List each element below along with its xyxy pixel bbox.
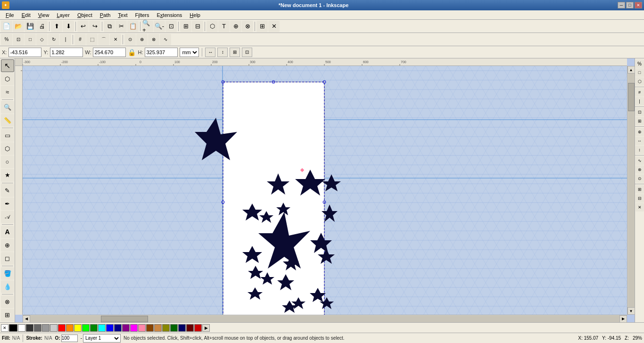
node-editor-button[interactable]: ⬡ <box>206 21 218 32</box>
menu-extensions[interactable]: Extensions <box>153 11 186 19</box>
snap-right9[interactable]: ⊞ <box>636 185 644 194</box>
snap-right4[interactable]: ↔ <box>636 137 644 145</box>
cut-button[interactable]: ✂ <box>116 21 127 32</box>
menu-edit[interactable]: Edit <box>18 11 34 19</box>
zoom-tool-btn[interactable]: 🔍 <box>1 101 14 114</box>
canvas-area[interactable]: -300 -200 -100 0 100 200 300 400 <box>15 58 635 322</box>
palette-darkgray[interactable] <box>26 324 33 332</box>
h-input[interactable]: 325.937 <box>145 48 178 57</box>
text-tool-btn[interactable]: T <box>218 21 230 32</box>
group-button[interactable]: ⊞ <box>180 21 191 32</box>
lock-icon[interactable]: 🔒 <box>128 49 136 56</box>
fill-tool-btn[interactable]: 🪣 <box>1 267 14 280</box>
spray-tool-btn[interactable]: ⊕ <box>1 239 14 252</box>
palette-tan[interactable] <box>154 324 162 332</box>
snap-grid[interactable]: # <box>74 34 86 45</box>
transform-scale-btn[interactable]: ⊡ <box>242 48 252 57</box>
snap-guide-btn[interactable]: | <box>636 97 644 106</box>
calligraphy-tool-btn[interactable]: 𝒜 <box>1 211 14 223</box>
transform-x-btn[interactable]: ↔ <box>205 48 215 57</box>
menu-path[interactable]: Path <box>96 11 115 19</box>
vscroll-up-btn[interactable]: ▲ <box>627 66 635 74</box>
w-input[interactable]: 254.670 <box>93 48 126 57</box>
gradient-tool-btn[interactable]: ⊞ <box>1 309 14 321</box>
hscroll-right-btn[interactable]: ▶ <box>619 315 627 323</box>
hscroll-thumb[interactable] <box>101 316 148 322</box>
palette-magenta[interactable] <box>130 324 138 332</box>
snap-right6[interactable]: ∿ <box>636 156 644 165</box>
palette-blue[interactable] <box>106 324 114 332</box>
menu-layer[interactable]: Layer <box>53 11 74 19</box>
snap-nodes-btn[interactable]: □ <box>636 68 644 77</box>
vscroll-thumb[interactable] <box>628 83 635 111</box>
import-button[interactable]: ⬆ <box>51 21 62 32</box>
palette-darkred[interactable] <box>186 324 194 332</box>
star-tool-btn[interactable]: ★ <box>1 169 14 181</box>
palette-red[interactable] <box>58 324 66 332</box>
zoom-fit-button[interactable]: ⊡ <box>165 21 177 32</box>
snap-from-nodes[interactable]: ◇ <box>36 34 48 45</box>
eraser-tool-btn[interactable]: ◻ <box>1 252 14 265</box>
snap-toggle[interactable]: % <box>1 34 12 45</box>
opacity-input[interactable] <box>61 335 78 342</box>
vscroll-track[interactable] <box>628 74 635 307</box>
menu-file[interactable]: File <box>2 11 18 19</box>
palette-brown[interactable] <box>146 324 154 332</box>
pen-tool-btn[interactable]: ✒ <box>1 197 14 210</box>
palette-teal[interactable] <box>98 324 106 332</box>
ungroup-button[interactable]: ⊟ <box>192 21 203 32</box>
snap-guide[interactable]: | <box>60 34 71 45</box>
menu-help[interactable]: Help <box>186 11 204 19</box>
hscrollbar[interactable]: ◀ ▶ <box>23 315 627 322</box>
palette-darkgreen[interactable] <box>170 324 178 332</box>
pencil-tool-btn[interactable]: ✎ <box>1 184 14 196</box>
node-tool-btn[interactable]: ⬡ <box>1 73 14 85</box>
close-button[interactable]: ✕ <box>635 2 642 8</box>
snap-nodes[interactable]: ⊡ <box>13 34 24 45</box>
palette-yellow[interactable] <box>74 324 82 332</box>
zoom-in-button[interactable]: 🔍+ <box>142 21 153 32</box>
menu-text[interactable]: Text <box>114 11 131 19</box>
maximize-button[interactable]: □ <box>626 2 634 8</box>
measure-tool-btn[interactable]: 📏 <box>1 114 14 127</box>
snap-rotation[interactable]: ↻ <box>48 34 59 45</box>
menu-view[interactable]: View <box>34 11 53 19</box>
palette-gray[interactable] <box>34 324 41 332</box>
hscroll-left-btn[interactable]: ◀ <box>23 315 30 323</box>
palette-orange[interactable] <box>66 324 74 332</box>
y-input[interactable]: 1.282 <box>50 48 83 57</box>
symbol-button[interactable]: ⊗ <box>242 21 253 32</box>
paste-button[interactable]: 📋 <box>127 21 139 32</box>
palette-purple[interactable] <box>122 324 130 332</box>
snap-bbox-btn[interactable]: ⬡ <box>636 77 644 86</box>
palette-darkblue[interactable] <box>178 324 186 332</box>
snap-smooth[interactable]: ∿ <box>160 34 171 45</box>
snap-path[interactable]: ⌒ <box>98 34 109 45</box>
palette-olive[interactable] <box>162 324 170 332</box>
units-select[interactable]: mm px cm in <box>180 48 199 57</box>
undo-button[interactable]: ↩ <box>77 21 89 32</box>
menu-filters[interactable]: Filters <box>132 11 153 19</box>
palette-crimson[interactable] <box>194 324 202 332</box>
xml-button[interactable]: ✕ <box>268 21 280 32</box>
ellipse-tool-btn[interactable]: ○ <box>1 155 14 168</box>
copy-button[interactable]: ⧉ <box>104 21 115 32</box>
open-button[interactable]: 📂 <box>13 21 24 32</box>
snap-right3[interactable]: ⊕ <box>636 128 644 136</box>
snap-grid-btn[interactable]: # <box>636 88 644 97</box>
save-button[interactable]: 💾 <box>25 21 36 32</box>
new-button[interactable]: 📄 <box>1 21 12 32</box>
snap-center[interactable]: ⊕ <box>136 34 148 45</box>
snap-right8[interactable]: ⊙ <box>636 174 644 183</box>
snap-enable-btn[interactable]: % <box>636 59 644 68</box>
snap-right5[interactable]: ↕ <box>636 146 644 154</box>
x-input[interactable]: -43.516 <box>8 48 41 57</box>
palette-ltgray[interactable] <box>42 324 50 332</box>
rect-tool-btn[interactable]: ▭ <box>1 129 14 142</box>
vscrollbar[interactable]: ▲ ▼ <box>627 66 635 315</box>
palette-white[interactable] <box>18 324 25 332</box>
text-tool-btn[interactable]: A <box>1 226 14 238</box>
snap-intersection[interactable]: ✕ <box>110 34 121 45</box>
snap-opposite[interactable]: ⊗ <box>148 34 159 45</box>
palette-green[interactable] <box>90 324 98 332</box>
